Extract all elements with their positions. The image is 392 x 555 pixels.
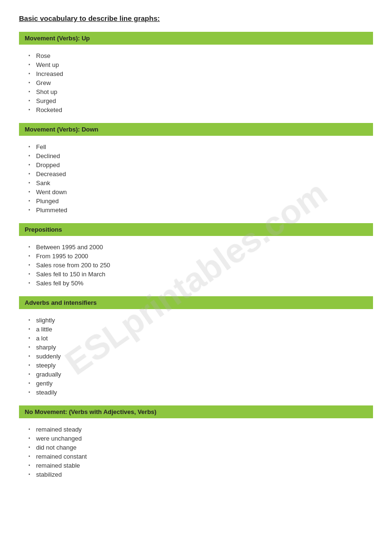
list-item: Grew: [28, 78, 373, 87]
list-item: Sank: [28, 179, 373, 188]
list-item: slightly: [28, 316, 373, 325]
section-list-movement-down: FellDeclinedDroppedDecreasedSankWent dow…: [19, 140, 373, 218]
section-header-movement-up: Movement (Verbs): Up: [19, 32, 373, 45]
list-item: sharply: [28, 343, 373, 352]
list-item: steadily: [28, 388, 373, 397]
list-item: Sales fell to 150 in March: [28, 270, 373, 279]
list-item: Declined: [28, 151, 373, 160]
list-item: suddenly: [28, 352, 373, 361]
list-item: Went down: [28, 188, 373, 197]
list-item: Plummeted: [28, 206, 373, 215]
list-item: Between 1995 and 2000: [28, 243, 373, 252]
list-item: gradually: [28, 370, 373, 379]
section-header-movement-down: Movement (Verbs): Down: [19, 123, 373, 136]
section-movement-down: Movement (Verbs): DownFellDeclinedDroppe…: [19, 123, 373, 218]
list-item: stabilized: [28, 470, 373, 479]
section-movement-up: Movement (Verbs): UpRoseWent upIncreased…: [19, 32, 373, 118]
list-item: From 1995 to 2000: [28, 252, 373, 261]
list-item: a lot: [28, 334, 373, 343]
list-item: Increased: [28, 69, 373, 78]
section-list-no-movement: remained steadywere unchangeddid not cha…: [19, 422, 373, 483]
list-item: Fell: [28, 142, 373, 151]
list-item: Plunged: [28, 197, 373, 206]
list-item: Sales fell by 50%: [28, 279, 373, 288]
page-title: Basic vocabulary to describe line graphs…: [19, 14, 373, 22]
section-header-no-movement: No Movement: (Verbs with Adjectives, Ver…: [19, 405, 373, 418]
section-header-prepositions: Prepositions: [19, 223, 373, 236]
section-list-adverbs: slightlya littlea lotsharplysuddenlystee…: [19, 313, 373, 401]
list-item: Rocketed: [28, 105, 373, 114]
list-item: were unchanged: [28, 434, 373, 443]
section-prepositions: PrepositionsBetween 1995 and 2000From 19…: [19, 223, 373, 292]
list-item: Went up: [28, 60, 373, 69]
section-list-prepositions: Between 1995 and 2000From 1995 to 2000Sa…: [19, 240, 373, 292]
list-item: Decreased: [28, 169, 373, 179]
list-item: Surged: [28, 96, 373, 105]
sections-container: Movement (Verbs): UpRoseWent upIncreased…: [19, 32, 373, 483]
list-item: Shot up: [28, 87, 373, 96]
list-item: remained steady: [28, 425, 373, 434]
list-item: remained stable: [28, 461, 373, 470]
list-item: steeply: [28, 361, 373, 370]
section-header-adverbs: Adverbs and intensifiers: [19, 296, 373, 309]
list-item: a little: [28, 325, 373, 334]
list-item: Dropped: [28, 160, 373, 169]
list-item: did not change: [28, 443, 373, 452]
list-item: gently: [28, 379, 373, 388]
list-item: remained constant: [28, 452, 373, 461]
list-item: Sales rose from 200 to 250: [28, 261, 373, 270]
section-adverbs: Adverbs and intensifiersslightlya little…: [19, 296, 373, 401]
section-no-movement: No Movement: (Verbs with Adjectives, Ver…: [19, 405, 373, 483]
list-item: Rose: [28, 51, 373, 60]
section-list-movement-up: RoseWent upIncreasedGrewShot upSurgedRoc…: [19, 48, 373, 118]
